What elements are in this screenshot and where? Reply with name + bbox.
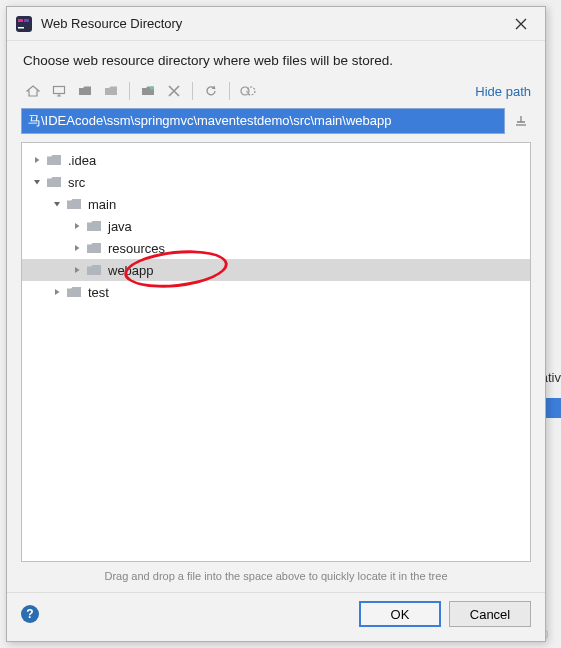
- toolbar: Hide path: [7, 78, 545, 108]
- project-icon[interactable]: [73, 80, 97, 102]
- tree-item-label: src: [68, 175, 85, 190]
- path-row: [7, 108, 545, 142]
- toolbar-separator: [129, 82, 130, 100]
- refresh-icon[interactable]: [199, 80, 223, 102]
- svg-rect-2: [24, 19, 29, 22]
- svg-rect-3: [18, 27, 24, 29]
- instruction-text: Choose web resource directory where web …: [7, 41, 545, 78]
- toolbar-separator: [192, 82, 193, 100]
- delete-icon[interactable]: [162, 80, 186, 102]
- chevron-right-icon[interactable]: [70, 263, 84, 277]
- titlebar: Web Resource Directory: [7, 7, 545, 41]
- folder-icon: [46, 153, 62, 167]
- new-folder-icon[interactable]: [136, 80, 160, 102]
- folder-icon: [86, 263, 102, 277]
- dialog-title: Web Resource Directory: [41, 16, 503, 31]
- tree-item[interactable]: test: [22, 281, 530, 303]
- ok-button[interactable]: OK: [359, 601, 441, 627]
- tree-item[interactable]: src: [22, 171, 530, 193]
- chevron-down-icon[interactable]: [30, 175, 44, 189]
- dialog: Web Resource Directory Choose web resour…: [6, 6, 546, 642]
- home-icon[interactable]: [21, 80, 45, 102]
- chevron-right-icon[interactable]: [30, 153, 44, 167]
- folder-icon: [46, 175, 62, 189]
- cancel-button[interactable]: Cancel: [449, 601, 531, 627]
- chevron-right-icon[interactable]: [70, 241, 84, 255]
- svg-rect-4: [54, 87, 65, 94]
- folder-icon: [66, 285, 82, 299]
- folder-icon: [66, 197, 82, 211]
- toolbar-separator: [229, 82, 230, 100]
- tree-item-label: test: [88, 285, 109, 300]
- path-input[interactable]: [21, 108, 505, 134]
- chevron-down-icon[interactable]: [50, 197, 64, 211]
- svg-rect-1: [18, 19, 23, 22]
- chevron-right-icon[interactable]: [50, 285, 64, 299]
- help-icon[interactable]: ?: [21, 605, 39, 623]
- folder-icon: [86, 219, 102, 233]
- tree-item-label: resources: [108, 241, 165, 256]
- module-icon[interactable]: [99, 80, 123, 102]
- desktop-icon[interactable]: [47, 80, 71, 102]
- tree-view[interactable]: .ideasrcmainjavaresourceswebapptest: [21, 142, 531, 562]
- tree-item-label: .idea: [68, 153, 96, 168]
- tree-item[interactable]: main: [22, 193, 530, 215]
- tree-item[interactable]: .idea: [22, 149, 530, 171]
- chevron-right-icon[interactable]: [70, 219, 84, 233]
- tree-item[interactable]: webapp: [22, 259, 530, 281]
- tree-item[interactable]: java: [22, 215, 530, 237]
- hide-path-link[interactable]: Hide path: [475, 84, 531, 99]
- tree-item-label: main: [88, 197, 116, 212]
- history-icon[interactable]: [511, 110, 531, 132]
- tree-item-label: java: [108, 219, 132, 234]
- show-hidden-icon[interactable]: [236, 80, 260, 102]
- drop-hint: Drag and drop a file into the space abov…: [7, 562, 545, 588]
- tree-item-label: webapp: [108, 263, 154, 278]
- app-icon: [15, 15, 33, 33]
- tree-item[interactable]: resources: [22, 237, 530, 259]
- footer: ? OK Cancel: [7, 592, 545, 641]
- svg-rect-0: [16, 16, 32, 32]
- close-button[interactable]: [503, 10, 539, 38]
- folder-icon: [86, 241, 102, 255]
